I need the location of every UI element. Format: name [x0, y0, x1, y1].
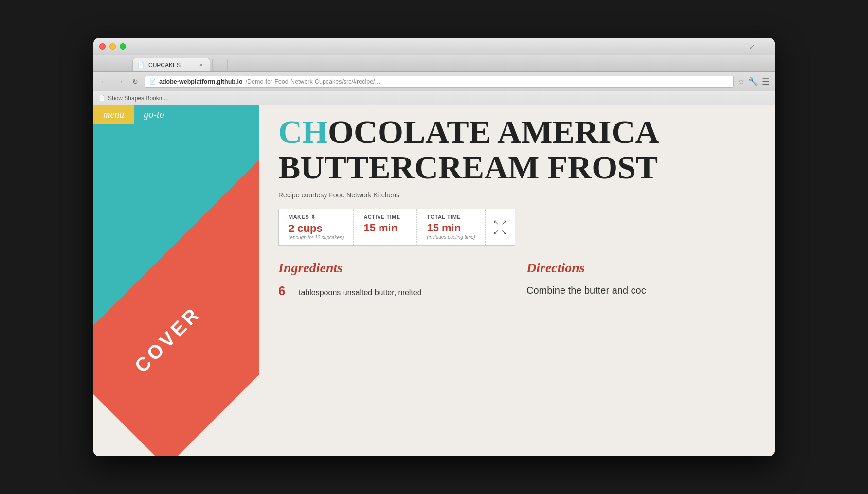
- bookmark-star-icon[interactable]: ☆: [738, 77, 744, 86]
- fullscreen-icon[interactable]: ⤢: [749, 43, 755, 51]
- ingredient-desc: tablespoons unsalted butter, melted: [299, 288, 422, 297]
- mac-window: ⤢ 📄 CUPCAKES × ← → ↻ 📄 adobe-webplatform…: [93, 38, 775, 456]
- back-button[interactable]: ←: [98, 76, 110, 88]
- directions-title: Directions: [526, 260, 760, 276]
- makes-label: MAKES ⇕: [289, 214, 344, 220]
- goto-button-label: go-to: [144, 109, 164, 120]
- makes-value: 2 cups: [289, 222, 344, 235]
- page-content: menu go-to COVER CHOCOLATE AMERICA BUTTE…: [93, 105, 775, 456]
- close-button[interactable]: [99, 43, 106, 50]
- url-bar[interactable]: 📄 adobe-webplatform.github.io /Demo-for-…: [145, 76, 734, 88]
- menu-button-label: menu: [103, 109, 124, 120]
- bookmark-label[interactable]: Show Shapes Bookm...: [108, 95, 169, 102]
- total-time-note: (includes cooling time): [427, 234, 475, 240]
- expand-arrows-icon[interactable]: ↖↗ ↙↘: [493, 218, 507, 236]
- total-time-cell: TOTAL TIME 15 min (includes cooling time…: [417, 209, 486, 245]
- recipe-title-line2: BUTTERCREAM FROST: [278, 150, 760, 185]
- reload-button[interactable]: ↻: [129, 76, 141, 88]
- active-time-label: ACTIVE TIME: [363, 214, 407, 220]
- active-tab[interactable]: 📄 CUPCAKES ×: [132, 58, 210, 71]
- makes-note: (enough for 12 cupcakes): [289, 235, 344, 240]
- active-time-value: 15 min: [363, 222, 407, 234]
- chrome-menu-icon[interactable]: ☰: [762, 76, 770, 87]
- left-sidebar: menu go-to COVER: [93, 105, 259, 456]
- recipe-title-teal: CH: [278, 115, 328, 149]
- url-domain: adobe-webplatform.github.io: [159, 78, 243, 85]
- recipe-content: CHOCOLATE AMERICA BUTTERCREAM FROST Reci…: [259, 105, 775, 456]
- ribbon-bg: [93, 105, 259, 456]
- goto-nav-wrapper: go-to: [134, 105, 179, 124]
- total-time-label: TOTAL TIME: [427, 214, 475, 220]
- forward-button[interactable]: →: [114, 76, 126, 88]
- recipe-body: Ingredients 6 tablespoons unsalted butte…: [278, 260, 760, 302]
- ingredient-qty: 6: [278, 283, 293, 299]
- expand-cell: ↖↗ ↙↘: [486, 209, 515, 245]
- url-path: /Demo-for-Food-Network-Cupcakes/src/#rec…: [246, 78, 380, 85]
- title-bar: ⤢: [93, 38, 775, 55]
- minimize-button[interactable]: [109, 43, 116, 50]
- total-time-value: 15 min: [427, 222, 475, 234]
- active-time-cell: ACTIVE TIME 15 min: [354, 209, 417, 245]
- tab-label: CUPCAKES: [148, 62, 181, 69]
- bookmark-page-icon: 📄: [98, 95, 105, 101]
- directions-text: Combine the butter and coc: [526, 283, 760, 297]
- tab-bar: 📄 CUPCAKES ×: [93, 55, 775, 72]
- address-bar: ← → ↻ 📄 adobe-webplatform.github.io /Dem…: [93, 72, 775, 91]
- makes-cell: MAKES ⇕ 2 cups (enough for 12 cupcakes): [279, 209, 354, 245]
- makes-sort-icon[interactable]: ⇕: [311, 214, 316, 220]
- directions-section: Directions Combine the butter and coc: [526, 260, 760, 302]
- tab-close-button[interactable]: ×: [199, 61, 203, 69]
- menu-nav-button[interactable]: menu: [93, 105, 134, 124]
- maximize-button[interactable]: [120, 43, 126, 50]
- recipe-title: CHOCOLATE AMERICA: [278, 115, 760, 149]
- recipe-subtitle: Recipe courtesy Food Network Kitchens: [278, 191, 760, 199]
- extensions-icon[interactable]: 🔧: [748, 77, 758, 86]
- ingredients-section: Ingredients 6 tablespoons unsalted butte…: [278, 260, 512, 302]
- goto-nav-button[interactable]: go-to: [134, 105, 179, 124]
- ribbon-container: [93, 105, 259, 456]
- tab-page-icon: 📄: [138, 62, 145, 68]
- url-page-icon: 📄: [149, 78, 156, 85]
- traffic-lights: [99, 43, 126, 50]
- ingredient-row: 6 tablespoons unsalted butter, melted: [278, 283, 512, 299]
- bookmarks-bar: 📄 Show Shapes Bookm...: [93, 91, 775, 105]
- nav-buttons: menu go-to: [93, 105, 179, 124]
- ingredients-title: Ingredients: [278, 260, 512, 276]
- recipe-info-grid: MAKES ⇕ 2 cups (enough for 12 cupcakes) …: [278, 209, 515, 246]
- goto-chevron-icon: [179, 105, 188, 124]
- new-tab-button[interactable]: [212, 59, 228, 71]
- recipe-title-rest: OCOLATE AMERICA: [328, 115, 659, 149]
